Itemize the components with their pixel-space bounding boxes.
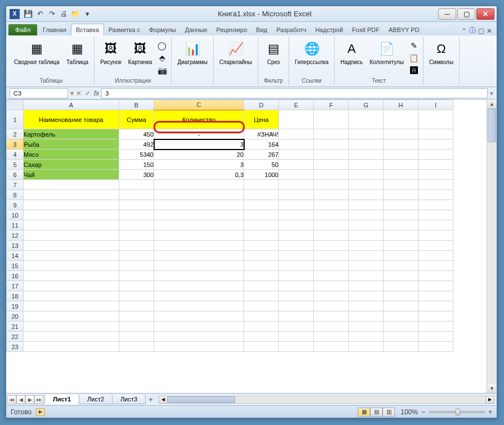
sheet-nav-next-icon[interactable]: ▶ [25, 395, 34, 404]
sheet-nav-last-icon[interactable]: ⏭ [34, 395, 43, 404]
cell-E15[interactable] [279, 261, 314, 271]
cell-I11[interactable] [418, 220, 453, 230]
cell-H3[interactable] [384, 139, 418, 150]
vertical-scrollbar[interactable]: ▲ ▼ [487, 100, 497, 393]
qat-print-icon[interactable]: 🖨 [58, 9, 69, 19]
cell-B15[interactable] [119, 261, 154, 271]
cell-G8[interactable] [349, 190, 384, 200]
col-header-E[interactable]: E [279, 100, 314, 110]
cell-C6[interactable]: 0,3 [154, 170, 244, 180]
cell-G20[interactable] [349, 311, 384, 322]
cell-H23[interactable] [384, 342, 418, 352]
tab-developer[interactable]: Разработч [272, 24, 310, 35]
cell-F5[interactable] [314, 160, 349, 170]
cell-A9[interactable] [24, 200, 119, 210]
cell-H5[interactable] [384, 160, 418, 170]
ribbon-btn-5-0[interactable]: 🌐Гиперссылка [292, 39, 331, 66]
cell-E19[interactable] [279, 301, 314, 311]
sheet-tab-1[interactable]: Лист1 [44, 395, 79, 404]
cell-A16[interactable] [24, 271, 119, 281]
cell-D23[interactable] [244, 342, 279, 352]
row-header-1[interactable]: 1 [7, 110, 24, 129]
row-header-4[interactable]: 4 [7, 150, 24, 160]
cell-E2[interactable] [279, 129, 314, 139]
cell-B14[interactable] [119, 251, 154, 261]
cell-G14[interactable] [349, 251, 384, 261]
cell-D12[interactable] [244, 230, 279, 241]
col-header-A[interactable]: A [24, 100, 119, 110]
cell-B8[interactable] [119, 190, 154, 200]
select-all-corner[interactable] [7, 100, 24, 110]
cell-B1[interactable]: Сумма [119, 110, 154, 129]
cell-E3[interactable] [279, 139, 314, 150]
cell-H13[interactable] [384, 241, 418, 251]
ribbon-btn-7-0[interactable]: ΩСимволы [427, 39, 456, 66]
row-header-16[interactable]: 16 [7, 271, 24, 281]
row-header-18[interactable]: 18 [7, 291, 24, 301]
cell-C10[interactable] [154, 210, 244, 220]
cell-C13[interactable] [154, 241, 244, 251]
cell-D3[interactable]: 164 [244, 139, 279, 150]
cell-B4[interactable]: 5340 [119, 150, 154, 160]
cell-C15[interactable] [154, 261, 244, 271]
cell-I19[interactable] [418, 301, 453, 311]
cell-E7[interactable] [279, 180, 314, 190]
cell-E12[interactable] [279, 230, 314, 241]
cell-G5[interactable] [349, 160, 384, 170]
row-header-14[interactable]: 14 [7, 251, 24, 261]
cell-C11[interactable] [154, 220, 244, 230]
ribbon-btn-4-0[interactable]: ▤Срез [262, 39, 285, 66]
window-restore-icon[interactable]: ▢ [478, 27, 484, 35]
row-header-12[interactable]: 12 [7, 230, 24, 241]
cell-A21[interactable] [24, 322, 119, 332]
minimize-button[interactable]: ─ [438, 8, 456, 20]
ribbon-btn-6-0[interactable]: AНадпись [338, 39, 365, 66]
row-header-19[interactable]: 19 [7, 301, 24, 311]
cell-E16[interactable] [279, 271, 314, 281]
row-header-22[interactable]: 22 [7, 332, 24, 342]
ribbon-btn-1-0[interactable]: 🖼Рисунок [98, 39, 124, 66]
cell-H10[interactable] [384, 210, 418, 220]
hscroll-thumb[interactable] [168, 396, 235, 403]
cell-I20[interactable] [418, 311, 453, 322]
cell-B10[interactable] [119, 210, 154, 220]
cell-G7[interactable] [349, 180, 384, 190]
tab-home[interactable]: Главная [38, 24, 71, 35]
cell-H21[interactable] [384, 322, 418, 332]
cell-H15[interactable] [384, 261, 418, 271]
qat-save-icon[interactable]: 💾 [23, 9, 33, 19]
cell-H16[interactable] [384, 271, 418, 281]
cell-F13[interactable] [314, 241, 349, 251]
cell-B2[interactable]: 450 [119, 129, 154, 139]
cell-H19[interactable] [384, 301, 418, 311]
macro-record-icon[interactable]: ▶ [36, 408, 45, 416]
cell-D18[interactable] [244, 291, 279, 301]
cell-G13[interactable] [349, 241, 384, 251]
cell-F21[interactable] [314, 322, 349, 332]
cell-D7[interactable] [244, 180, 279, 190]
row-header-17[interactable]: 17 [7, 281, 24, 291]
col-header-D[interactable]: D [244, 100, 279, 110]
help-icon[interactable]: ⓘ [469, 26, 476, 35]
cell-D14[interactable] [244, 251, 279, 261]
qat-redo-icon[interactable]: ↷ [47, 9, 57, 19]
view-break-icon[interactable]: ▥ [382, 408, 395, 417]
cell-H2[interactable] [384, 129, 418, 139]
cell-E13[interactable] [279, 241, 314, 251]
qat-open-icon[interactable]: 📁 [70, 9, 80, 19]
col-header-H[interactable]: H [384, 100, 418, 110]
cell-F8[interactable] [314, 190, 349, 200]
ribbon-btn-0-0[interactable]: ▦Сводная таблица [12, 39, 62, 66]
cell-A14[interactable] [24, 251, 119, 261]
cell-A18[interactable] [24, 291, 119, 301]
cell-F22[interactable] [314, 332, 349, 342]
cell-D16[interactable] [244, 271, 279, 281]
cell-H17[interactable] [384, 281, 418, 291]
cell-D10[interactable] [244, 210, 279, 220]
cell-E4[interactable] [279, 150, 314, 160]
maximize-button[interactable]: ▢ [457, 8, 475, 20]
cell-A20[interactable] [24, 311, 119, 322]
cell-H18[interactable] [384, 291, 418, 301]
cell-I10[interactable] [418, 210, 453, 220]
tab-addins[interactable]: Надстрой [310, 24, 347, 35]
